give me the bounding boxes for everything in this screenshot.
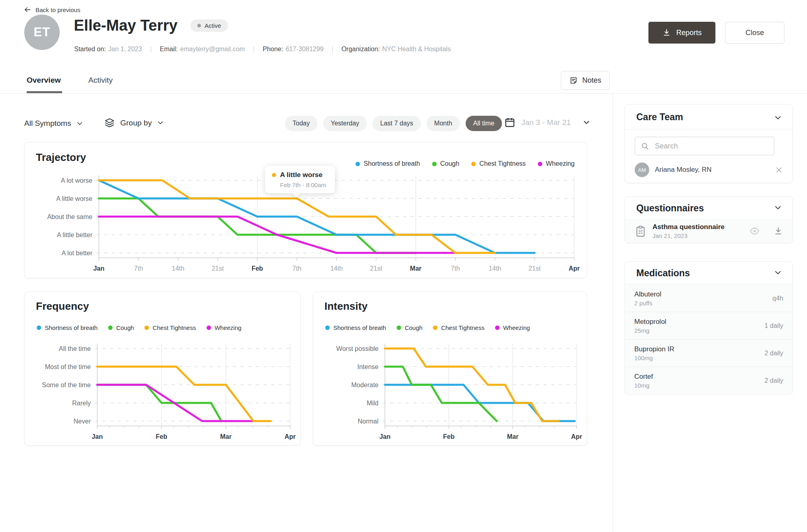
group-by-label: Group by: [120, 119, 152, 127]
legend-item-chest-tightness[interactable]: Chest Tightness: [471, 160, 526, 167]
medications-title: Medications: [636, 268, 690, 279]
range-pill-yesterday[interactable]: Yesterday: [323, 116, 367, 131]
close-button[interactable]: Close: [725, 22, 784, 44]
medication-frequency: 2 daily: [765, 377, 783, 384]
meta-label-phone-: Phone:: [263, 46, 283, 53]
svg-text:7th: 7th: [134, 265, 143, 272]
medication-dose: 25mg: [634, 327, 765, 334]
intensity-title: Intensity: [324, 300, 368, 313]
svg-text:Mild: Mild: [367, 400, 378, 407]
legend-dot-icon: [495, 325, 500, 330]
notes-button[interactable]: Notes: [561, 71, 610, 90]
legend-dot-icon: [207, 325, 211, 330]
remove-member-icon[interactable]: [775, 166, 783, 174]
legend-label: Wheezing: [215, 324, 242, 331]
chevron-down-icon: [157, 119, 164, 126]
svg-text:21st: 21st: [370, 265, 383, 272]
svg-text:Rarely: Rarely: [72, 400, 91, 407]
svg-text:Some of the time: Some of the time: [42, 382, 91, 388]
page-title: Elle-May Terry: [74, 17, 178, 34]
header-divider: [0, 93, 807, 94]
group-by-dropdown[interactable]: Group by: [104, 117, 164, 128]
range-pill-today[interactable]: Today: [285, 116, 318, 131]
svg-text:Intense: Intense: [358, 363, 379, 370]
medications-card: Medications Albuterol2 puffsq4hMetoprolo…: [625, 261, 793, 394]
frequency-legend: Shortness of breathCoughChest TightnessW…: [37, 324, 241, 331]
legend-label: Wheezing: [546, 160, 575, 167]
chevron-down-icon: [583, 119, 590, 126]
legend-item-cough[interactable]: Cough: [108, 324, 134, 331]
legend-item-chest-tightness[interactable]: Chest Tightness: [144, 324, 196, 331]
svg-text:7th: 7th: [293, 265, 301, 272]
tab-activity[interactable]: Activity: [88, 76, 113, 85]
svg-text:A little worse: A little worse: [56, 195, 92, 202]
svg-text:Feb: Feb: [443, 433, 455, 440]
medication-row-albuterol: Albuterol2 puffsq4h: [625, 285, 792, 312]
symptoms-dropdown[interactable]: All Symptoms: [24, 119, 83, 128]
meta-label-started-on-: Started on:: [74, 46, 106, 53]
legend-item-chest-tightness[interactable]: Chest Tightness: [433, 324, 485, 331]
svg-text:Mar: Mar: [410, 265, 421, 272]
legend-item-shortness-of-breath[interactable]: Shortness of breath: [355, 160, 420, 167]
back-link[interactable]: Back to previous: [23, 6, 80, 14]
medication-dose: 2 puffs: [634, 300, 772, 307]
svg-text:Apr: Apr: [284, 433, 296, 440]
legend-item-cough[interactable]: Cough: [432, 160, 459, 167]
range-pill-all-time[interactable]: All time: [466, 116, 502, 131]
avatar-initials: ET: [33, 25, 50, 40]
notes-button-label: Notes: [582, 76, 601, 85]
close-button-label: Close: [745, 29, 764, 37]
member-avatar: AM: [635, 163, 649, 177]
patient-avatar: ET: [24, 15, 60, 50]
meta-value-phone-: 617-3081299: [286, 46, 324, 53]
symptoms-dropdown-label: All Symptoms: [24, 119, 71, 128]
svg-text:7th: 7th: [451, 265, 460, 272]
svg-text:About the same: About the same: [47, 213, 92, 220]
medication-name: Albuterol: [634, 290, 772, 298]
date-range-pills: TodayYesterdayLast 7 daysMonthAll time: [285, 116, 502, 131]
intensity-card: Intensity Shortness of breathCoughChest …: [313, 292, 587, 446]
legend-dot-icon: [433, 325, 437, 330]
medication-frequency: 2 daily: [765, 350, 783, 357]
care-team-search: [635, 137, 774, 155]
svg-text:Apr: Apr: [569, 265, 580, 272]
chevron-down-icon[interactable]: [774, 269, 782, 277]
tab-overview[interactable]: Overview: [27, 76, 61, 85]
range-pill-last-7-days[interactable]: Last 7 days: [372, 116, 421, 131]
chevron-down-icon: [76, 120, 83, 127]
legend-dot-icon: [325, 325, 330, 330]
legend-label: Cough: [116, 324, 134, 331]
meta-label-organization-: Organization:: [341, 46, 380, 53]
meta-separator: |: [332, 46, 333, 53]
medication-row-bupropion-ir: Bupropion IR100mg2 daily: [625, 340, 792, 367]
legend-dot-icon: [144, 325, 149, 330]
legend-item-shortness-of-breath[interactable]: Shortness of breath: [37, 324, 98, 331]
svg-text:Mar: Mar: [220, 433, 231, 440]
medication-info: Cortef10mg: [634, 373, 765, 389]
layers-icon: [104, 117, 115, 128]
chevron-down-icon[interactable]: [774, 204, 782, 212]
reports-button[interactable]: Reports: [648, 22, 715, 44]
svg-text:Worst possible: Worst possible: [336, 345, 378, 352]
legend-item-wheezing[interactable]: Wheezing: [495, 324, 530, 331]
svg-text:All the time: All the time: [59, 345, 91, 352]
range-pill-month[interactable]: Month: [426, 116, 460, 131]
meta-label-email-: Email:: [160, 46, 178, 53]
legend-dot-icon: [37, 325, 41, 330]
chevron-down-icon[interactable]: [774, 114, 782, 122]
legend-item-wheezing[interactable]: Wheezing: [538, 160, 575, 167]
legend-item-cough[interactable]: Cough: [397, 324, 422, 331]
view-icon[interactable]: [749, 226, 760, 236]
questionnaires-header: Questionnaires: [625, 197, 792, 219]
meta-separator: |: [150, 46, 152, 53]
download-icon[interactable]: [774, 226, 783, 236]
member-name: Ariana Mosley, RN: [655, 166, 769, 174]
legend-label: Chest Tightness: [479, 160, 526, 167]
svg-text:Jan: Jan: [92, 433, 103, 440]
reports-button-label: Reports: [676, 29, 702, 37]
date-range-picker[interactable]: Jan 3 - Mar 21: [504, 117, 590, 128]
legend-item-shortness-of-breath[interactable]: Shortness of breath: [325, 324, 386, 331]
search-input[interactable]: [654, 142, 768, 151]
questionnaire-date: Jan 21, 2023: [652, 232, 744, 239]
legend-item-wheezing[interactable]: Wheezing: [207, 324, 242, 331]
